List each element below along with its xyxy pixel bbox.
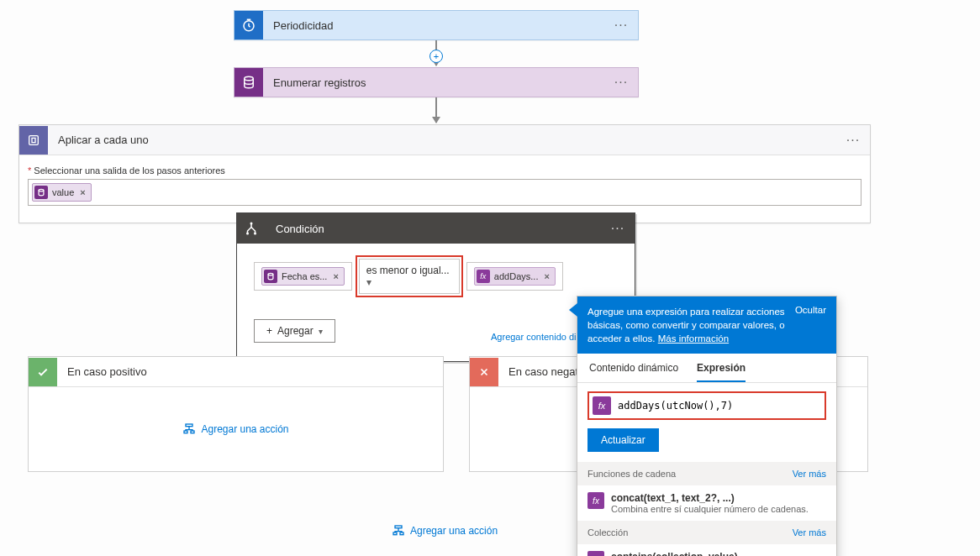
branch-yes: En caso positivo Agregar una acción (28, 356, 444, 472)
expression-panel-header: Agregue una expresión para realizar acci… (577, 296, 836, 354)
operator-highlight: es menor o igual... ▾ (356, 255, 463, 297)
fn-name: concat(text_1, text_2?, ...) (611, 492, 809, 504)
value-token[interactable]: value × (32, 183, 92, 202)
fn-desc: Combina entre sí cualquier número de cad… (611, 504, 809, 514)
condition-header[interactable]: Condición ··· (237, 213, 635, 244)
foreach-menu[interactable]: ··· (836, 133, 870, 148)
expression-tabs: Contenido dinámico Expresión (577, 354, 836, 383)
add-step-icon (182, 422, 196, 436)
enumerate-card[interactable]: Enumerar registros ··· (234, 67, 639, 97)
foreach-input[interactable]: value × (28, 179, 861, 206)
svg-point-6 (250, 223, 252, 224)
trigger-card[interactable]: Periodicidad ··· (234, 10, 639, 40)
fx-icon: fx (593, 396, 611, 415)
database-icon (234, 68, 263, 97)
loop-icon (19, 126, 48, 155)
svg-point-3 (39, 189, 44, 191)
token-remove[interactable]: × (80, 187, 85, 197)
enumerate-title: Enumerar registros (263, 76, 604, 89)
svg-point-4 (247, 233, 249, 234)
trigger-menu[interactable]: ··· (604, 18, 638, 33)
condition-menu[interactable]: ··· (601, 221, 635, 236)
insert-step-button[interactable]: + (429, 50, 443, 63)
clock-icon (234, 11, 263, 39)
see-more-strings[interactable]: Ver más (793, 469, 826, 479)
condition-left[interactable]: Fecha es... × (255, 263, 351, 290)
foreach-title: Aplicar a cada uno (48, 134, 836, 146)
right-operand-token[interactable]: fx addDays... × (474, 267, 556, 286)
condition-card: Condición ··· Fecha es... × (236, 212, 635, 362)
fx-icon: fx (587, 492, 604, 509)
x-icon (470, 358, 498, 386)
database-icon (34, 186, 48, 199)
token-remove[interactable]: × (544, 271, 549, 281)
svg-point-1 (245, 76, 254, 81)
token-remove[interactable]: × (333, 271, 338, 281)
hide-panel-link[interactable]: Ocultar (795, 305, 826, 345)
branch-yes-title: En caso positivo (57, 365, 157, 378)
chevron-down-icon: ▾ (319, 327, 323, 336)
database-icon (264, 270, 277, 283)
svg-rect-13 (400, 532, 403, 535)
svg-rect-11 (395, 526, 402, 528)
condition-row: Fecha es... × (254, 262, 352, 291)
tab-expression[interactable]: Expresión (697, 362, 746, 382)
add-action-bottom[interactable]: Agregar una acción (392, 524, 498, 538)
add-action-yes[interactable]: Agregar una acción (182, 422, 288, 436)
condition-title: Condición (266, 223, 601, 235)
plus-icon: + (266, 325, 272, 337)
check-icon (29, 358, 57, 386)
svg-rect-12 (393, 532, 397, 535)
foreach-select-label: * Seleccionar una salida de los pasos an… (28, 165, 861, 176)
fn-concat[interactable]: fx concat(text_1, text_2?, ...) Combina … (577, 485, 836, 521)
trigger-title: Periodicidad (263, 19, 604, 32)
svg-rect-9 (184, 431, 187, 433)
foreach-scope: Aplicar a cada uno ··· * Seleccionar una… (18, 124, 871, 223)
section-strings-header: Funciones de cadena Ver más (577, 462, 836, 485)
svg-point-7 (268, 273, 273, 275)
condition-operator-dropdown[interactable]: es menor o igual... ▾ (359, 259, 460, 294)
svg-rect-10 (191, 431, 194, 433)
fx-icon: fx (477, 270, 490, 283)
left-operand-token[interactable]: Fecha es... × (261, 267, 345, 286)
operator-label: es menor o igual... (366, 265, 450, 276)
see-more-collection[interactable]: Ver más (793, 527, 826, 538)
fn-contains[interactable]: fx contains(collection, value) Devuelve … (577, 544, 836, 556)
learn-more-link[interactable]: Más información (658, 333, 729, 344)
add-step-icon (392, 524, 405, 538)
section-collection-header: Colección Ver más (577, 521, 836, 544)
branch-icon (237, 214, 266, 243)
token-label: Fecha es... (282, 271, 327, 281)
chevron-down-icon: ▾ (366, 276, 371, 288)
svg-point-5 (255, 233, 256, 234)
expression-input-highlight: fx (587, 391, 826, 420)
token-label: addDays... (494, 271, 539, 281)
svg-rect-8 (186, 424, 192, 427)
foreach-header[interactable]: Aplicar a cada uno ··· (19, 125, 870, 155)
fn-name: contains(collection, value) (611, 551, 826, 556)
update-button[interactable]: Actualizar (587, 428, 659, 452)
svg-rect-2 (29, 135, 39, 144)
connector-arrow (435, 97, 437, 123)
add-condition-button[interactable]: + Agregar ▾ (254, 319, 335, 343)
condition-right[interactable]: fx addDays... × (467, 263, 562, 290)
tab-dynamic-content[interactable]: Contenido dinámico (589, 362, 678, 382)
enumerate-menu[interactable]: ··· (604, 75, 638, 90)
token-label: value (52, 187, 74, 197)
fx-icon: fx (587, 551, 604, 556)
expression-panel: Agregue una expresión para realizar acci… (577, 296, 837, 556)
expression-input[interactable] (611, 396, 821, 415)
